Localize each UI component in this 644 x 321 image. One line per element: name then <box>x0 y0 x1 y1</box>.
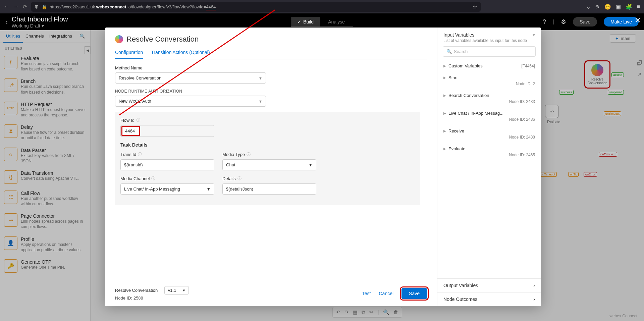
browser-toolbar: ← → ⟳ ⛨ 🔒 https://wxcc20saeu1.uk.webexco… <box>0 0 644 13</box>
variable-group[interactable]: ▶ReceiveNode ID: 2438 <box>437 125 541 143</box>
modal-title: Resolve Conversation <box>126 35 199 44</box>
expand-icon: ▶ <box>443 94 446 97</box>
tab-transition-actions[interactable]: Transition Actions (Optional) <box>151 50 210 59</box>
url-text: https://wxcc20saeu1.uk.webexconnect.io/f… <box>50 4 216 9</box>
tab-configuration[interactable]: Configuration <box>115 50 143 59</box>
input-details[interactable]: $(detailsJson) <box>222 183 316 195</box>
variable-group[interactable]: ▶Search ConversationNode ID: 2433 <box>437 90 541 107</box>
nav-reload-icon[interactable]: ⟳ <box>23 4 27 10</box>
chevron-down-icon: ▼ <box>206 186 211 192</box>
var-node-id: Node ID: 2465 <box>443 153 535 157</box>
back-arrow-icon[interactable]: ‹ <box>5 18 8 26</box>
check-icon: ✓ <box>297 19 301 24</box>
variables-search[interactable]: 🔍Search <box>443 46 536 57</box>
info-icon: ⓘ <box>138 152 142 157</box>
info-icon: ⓘ <box>247 152 251 157</box>
extensions-icon[interactable]: 🧩 <box>626 4 632 10</box>
label-trans-id: Trans Idⓘ <box>120 152 214 157</box>
info-icon: ⓘ <box>136 117 140 123</box>
dropdown-node-auth[interactable]: New WxCC Auth▼ <box>115 96 266 107</box>
footer-node-name: Resolve Conversation <box>115 288 158 293</box>
label-flow-id: Flow Idⓘ <box>120 117 415 123</box>
header-save-button[interactable]: Save <box>573 17 597 26</box>
dropdown-version[interactable]: v1.1▾ <box>164 286 189 295</box>
expand-icon: ▶ <box>443 129 446 133</box>
expand-icon: ▶ <box>443 76 446 79</box>
var-node-id: Node ID: 2438 <box>443 135 535 140</box>
expand-icon: ▶ <box>443 147 446 151</box>
label-media-channel: Media Channelⓘ <box>120 176 214 181</box>
flow-title: Chat Inbound Flow <box>12 15 68 23</box>
tab-build[interactable]: ✓Build <box>291 17 320 27</box>
input-trans-id[interactable]: $(transId) <box>120 159 214 170</box>
label-node-auth: NODE RUNTIME AUTHORIZATION <box>115 89 427 94</box>
variables-list: ▶Custom Variables[F4464]▶StartNode ID: 2… <box>437 60 541 161</box>
star-icon[interactable]: ☆ <box>473 4 477 10</box>
label-details: Detailsⓘ <box>222 176 316 181</box>
output-variables-row[interactable]: Output Variables› <box>437 278 541 292</box>
chevron-down-icon: ▼ <box>259 99 262 103</box>
variable-group[interactable]: ▶StartNode ID: 2 <box>437 72 541 90</box>
mode-tabs: ✓Build Analyse <box>291 17 353 27</box>
modal-footer: Resolve Conversation v1.1▾ Node ID: 2588… <box>115 282 427 306</box>
chevron-down-icon: ▼ <box>259 76 262 80</box>
panel-subtitle: List of variables available as input for… <box>443 38 535 43</box>
variable-group[interactable]: ▶Custom Variables[F4464] <box>437 60 541 72</box>
emoji-icon[interactable]: 😊 <box>604 4 611 10</box>
node-outcomes-row[interactable]: Node Outcomes› <box>437 292 541 306</box>
section-task-details: Task Details <box>120 142 415 148</box>
nav-forward-icon[interactable]: → <box>13 4 19 10</box>
flow-details-panel: Flow Idⓘ 4464 Task Details Trans Idⓘ $(t… <box>115 112 420 205</box>
pocket-icon[interactable]: ⌵ <box>587 4 590 10</box>
gear-icon[interactable]: ⚙ <box>561 18 566 25</box>
label-method-name: Method Name <box>115 65 427 70</box>
browser-right-icons: ⌵ ⚞ 😊 ▣ 🧩 ≡ <box>587 4 640 10</box>
shield-icon: ⛨ <box>35 4 39 9</box>
flow-status[interactable]: Working Draft▾ <box>12 23 68 29</box>
make-live-button[interactable]: Make Live <box>604 17 639 26</box>
dropdown-method-name[interactable]: Resolve Conversation▼ <box>115 72 266 84</box>
tab-analyse[interactable]: Analyse <box>320 17 353 27</box>
input-variables-panel: Input Variables▾ List of variables avail… <box>437 28 541 306</box>
dropdown-media-type[interactable]: Chat▼ <box>222 159 316 170</box>
var-meta: [F4464] <box>521 64 535 68</box>
help-icon[interactable]: ? <box>543 18 546 25</box>
close-icon[interactable]: ✕ <box>635 16 641 25</box>
dropdown-media-channel[interactable]: Live Chat/ In-App Messaging▼ <box>120 183 214 195</box>
info-icon: ⓘ <box>151 176 155 181</box>
info-icon: ⓘ <box>237 176 241 181</box>
input-flow-id-wrap[interactable]: 4464 <box>120 125 214 137</box>
screenshot-icon[interactable]: ▣ <box>616 4 621 10</box>
chevron-down-icon[interactable]: ▾ <box>533 32 535 38</box>
var-node-id: Node ID: 2433 <box>443 99 535 104</box>
footer-node-id: Node ID: 2588 <box>115 296 189 301</box>
chevron-down-icon: ▾ <box>183 288 185 293</box>
chevron-right-icon: › <box>533 297 535 302</box>
expand-icon: ▶ <box>443 111 446 115</box>
modal-logo-icon <box>115 35 123 43</box>
variable-group[interactable]: ▶Live Chat / In-App Messag...Node ID: 24… <box>437 107 541 125</box>
panel-title: Input Variables <box>443 32 474 38</box>
save-button[interactable]: Save <box>401 288 427 299</box>
sparkle-icon[interactable]: ⚞ <box>595 4 600 10</box>
chevron-right-icon: › <box>533 283 535 288</box>
search-icon: 🔍 <box>446 49 452 54</box>
variable-group[interactable]: ▶EvaluateNode ID: 2465 <box>437 143 541 161</box>
input-flow-id[interactable]: 4464 <box>121 126 140 136</box>
menu-icon[interactable]: ≡ <box>637 4 640 10</box>
expand-icon: ▶ <box>443 64 446 68</box>
node-config-modal: Resolve Conversation Configuration Trans… <box>105 28 541 306</box>
chevron-down-icon: ▾ <box>42 23 44 29</box>
address-bar[interactable]: ⛨ 🔒 https://wxcc20saeu1.uk.webexconnect.… <box>31 2 481 12</box>
chevron-down-icon: ▼ <box>308 162 313 167</box>
var-node-id: Node ID: 2436 <box>443 117 535 122</box>
cancel-button[interactable]: Cancel <box>379 291 393 296</box>
label-media-type: Media Typeⓘ <box>222 152 316 157</box>
nav-back-icon[interactable]: ← <box>4 4 9 10</box>
test-button[interactable]: Test <box>362 291 371 296</box>
lock-icon: 🔒 <box>42 4 47 9</box>
var-node-id: Node ID: 2 <box>443 82 535 86</box>
